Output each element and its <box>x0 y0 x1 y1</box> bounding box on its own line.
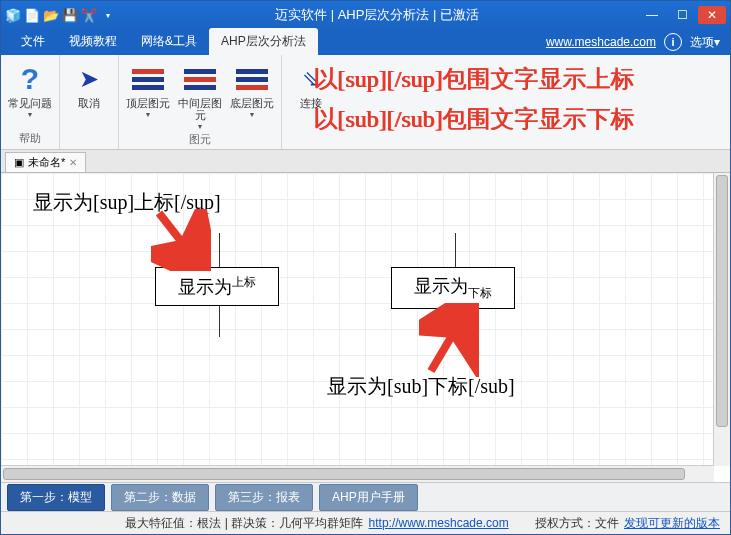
window-title: 迈实软件 | AHP层次分析法 | 已激活 <box>116 6 638 24</box>
scrollbar-thumb[interactable] <box>3 468 685 480</box>
vertical-scrollbar[interactable] <box>713 173 730 466</box>
mid-layer-icon <box>184 67 216 91</box>
minimize-button[interactable]: — <box>638 6 666 24</box>
document-tabs: ▣ 未命名* ✕ <box>1 150 730 173</box>
cut-icon[interactable]: ✂️ <box>81 7 97 23</box>
connect-icon: ⇘ <box>295 63 327 95</box>
close-button[interactable]: ✕ <box>698 6 726 24</box>
titlebar: 🧊 📄 📂 💾 ✂️ ▾ 迈实软件 | AHP层次分析法 | 已激活 — ☐ ✕ <box>1 1 730 29</box>
step-bar: 第一步：模型 第二步：数据 第三步：报表 AHP用户手册 <box>1 482 730 511</box>
ribbon-group-connect: ⇘ 连接 <box>282 55 340 149</box>
maximize-button[interactable]: ☐ <box>668 6 696 24</box>
mid-layer-button[interactable]: 中间层图元▼ <box>177 59 223 130</box>
pointer-icon: ➤ <box>73 63 105 95</box>
connector-line <box>219 233 220 267</box>
connector-line <box>219 303 220 337</box>
horizontal-scrollbar[interactable] <box>1 465 714 482</box>
canvas[interactable]: 显示为[sup]上标[/sup] 显示为[sub]下标[/sub] 显示为上标 … <box>1 173 714 466</box>
bot-layer-button[interactable]: 底层图元▼ <box>229 59 275 118</box>
app-window: 🧊 📄 📂 💾 ✂️ ▾ 迈实软件 | AHP层次分析法 | 已激活 — ☐ ✕… <box>0 0 731 535</box>
close-tab-icon[interactable]: ✕ <box>69 157 77 168</box>
overlay-sub-hint: 以[sub][/sub]包围文字显示下标 <box>313 103 634 135</box>
save-icon[interactable]: 💾 <box>62 7 78 23</box>
tab-video[interactable]: 视频教程 <box>57 28 129 55</box>
overlay-sup-hint: 以[sup][/sup]包围文字显示上标 <box>313 63 634 95</box>
step-model-button[interactable]: 第一步：模型 <box>7 484 105 511</box>
ribbon-group-layers: 顶层图元▼ 中间层图元▼ 底层图元▼ 图元 <box>119 55 282 149</box>
status-link[interactable]: http://www.meshcade.com <box>369 516 509 530</box>
node-sub[interactable]: 显示为下标 <box>391 267 515 309</box>
step-data-button[interactable]: 第二步：数据 <box>111 484 209 511</box>
caption-sub: 显示为[sub]下标[/sub] <box>327 373 515 400</box>
scrollbar-thumb[interactable] <box>716 175 728 427</box>
tab-file[interactable]: 文件 <box>9 28 57 55</box>
status-update-link[interactable]: 发现可更新的版本 <box>624 516 720 530</box>
window-controls: — ☐ ✕ <box>638 6 726 24</box>
faq-button[interactable]: ? 常见问题 ▼ <box>7 59 53 118</box>
step-report-button[interactable]: 第三步：报表 <box>215 484 313 511</box>
document-tab[interactable]: ▣ 未命名* ✕ <box>5 152 86 172</box>
status-auth: 授权方式：文件 <box>535 516 619 530</box>
cancel-button[interactable]: ➤ 取消 <box>66 59 112 109</box>
grid-background <box>1 173 714 466</box>
ribbon-tabs: 文件 视频教程 网络&工具 AHP层次分析法 www.meshcade.com … <box>1 29 730 55</box>
canvas-area: 显示为[sup]上标[/sup] 显示为[sub]下标[/sub] 显示为上标 … <box>1 173 730 482</box>
app-icon: 🧊 <box>5 7 21 23</box>
step-manual-button[interactable]: AHP用户手册 <box>319 484 418 511</box>
connector-line <box>455 233 456 267</box>
options-button[interactable]: 选项▾ <box>690 34 720 51</box>
connect-button[interactable]: ⇘ 连接 <box>288 59 334 109</box>
top-layer-icon <box>132 67 164 91</box>
question-icon: ? <box>14 63 46 95</box>
qat-dropdown-icon[interactable]: ▾ <box>100 7 116 23</box>
tab-network[interactable]: 网络&工具 <box>129 28 209 55</box>
tab-ahp[interactable]: AHP层次分析法 <box>209 28 318 55</box>
status-eigen: 最大特征值：根法 | 群决策：几何平均群矩阵 <box>125 516 366 530</box>
open-icon[interactable]: 📂 <box>43 7 59 23</box>
info-icon[interactable]: i <box>664 33 682 51</box>
cube-icon: ▣ <box>14 156 24 169</box>
ribbon: ? 常见问题 ▼ 帮助 ➤ 取消 顶层图元▼ <box>1 55 730 150</box>
bot-layer-icon <box>236 67 268 91</box>
ribbon-group-cancel: ➤ 取消 <box>60 55 119 149</box>
ribbon-group-help: ? 常见问题 ▼ 帮助 <box>1 55 60 149</box>
node-sup[interactable]: 显示为上标 <box>155 267 279 306</box>
status-bar: 最大特征值：根法 | 群决策：几何平均群矩阵 http://www.meshca… <box>1 511 730 534</box>
quick-access-toolbar: 🧊 📄 📂 💾 ✂️ ▾ <box>5 7 116 23</box>
top-layer-button[interactable]: 顶层图元▼ <box>125 59 171 118</box>
caption-sup: 显示为[sup]上标[/sup] <box>33 189 221 216</box>
new-icon[interactable]: 📄 <box>24 7 40 23</box>
website-link[interactable]: www.meshcade.com <box>546 35 656 49</box>
